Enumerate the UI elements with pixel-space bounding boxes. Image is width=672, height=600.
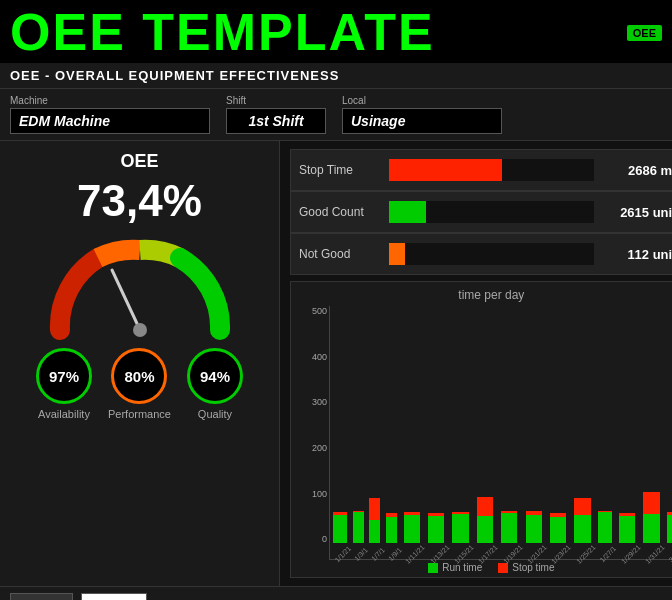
availability-label: Availability bbox=[38, 408, 90, 420]
stat-bar-1 bbox=[389, 201, 426, 223]
dark-button[interactable]: Dark bbox=[10, 593, 73, 600]
bar-group: 3/1/21 bbox=[664, 306, 672, 559]
bar-red bbox=[369, 498, 380, 519]
local-group: Local Usinage bbox=[342, 95, 502, 134]
y-label: 200 bbox=[299, 443, 327, 453]
oee-value: 73,4% bbox=[77, 176, 202, 226]
stat-bar-container-1 bbox=[389, 201, 594, 223]
chart-legend: Run time Stop time bbox=[299, 562, 672, 573]
availability-metric: 97% Availability bbox=[36, 348, 92, 420]
bar-group: 1/11/21 bbox=[400, 306, 423, 559]
stat-value-0: 2686 min bbox=[604, 163, 672, 178]
stat-value-1: 2615 units bbox=[604, 205, 672, 220]
shift-group: Shift 1st Shift bbox=[226, 95, 326, 134]
left-panel: OEE 73,4% 97% Availabili bbox=[0, 141, 280, 586]
bar-group: 1/7/1 bbox=[367, 306, 383, 559]
performance-metric: 80% Performance bbox=[108, 348, 171, 420]
stat-bar-2 bbox=[389, 243, 405, 265]
performance-label: Performance bbox=[108, 408, 171, 420]
quality-metric: 94% Quality bbox=[187, 348, 243, 420]
stat-row: Stop Time 2686 min bbox=[290, 149, 672, 191]
bar-group: 1/31/21 bbox=[640, 306, 663, 559]
app-title: OEE TEMPLATE bbox=[10, 4, 435, 61]
stat-label-1: Good Count bbox=[299, 205, 379, 219]
bar-group: 1/27/1 bbox=[595, 306, 614, 559]
stat-label-2: Not Good bbox=[299, 247, 379, 261]
chart-bars-area: 1/1/211/3/11/7/11/9/11/11/211/13/211/15/… bbox=[329, 306, 672, 560]
bar-group: 1/21/21 bbox=[522, 306, 545, 559]
bar-group: 1/29/21 bbox=[616, 306, 639, 559]
bar-group: 1/13/21 bbox=[425, 306, 448, 559]
bar-red bbox=[477, 497, 493, 516]
shift-label: Shift bbox=[226, 95, 326, 106]
bar-group: 1/3/1 bbox=[350, 306, 366, 559]
machine-input[interactable]: EDM Machine bbox=[10, 108, 210, 134]
svg-line-0 bbox=[112, 270, 140, 330]
stat-value-2: 112 units bbox=[604, 247, 672, 262]
metrics-row: 97% Availability 80% Performance 94% Qua… bbox=[36, 348, 243, 420]
bar-group: 1/25/21 bbox=[571, 306, 594, 559]
legend-run-time: Run time bbox=[428, 562, 482, 573]
bar-group: 1/9/1 bbox=[384, 306, 400, 559]
oee-badge: OEE bbox=[627, 25, 662, 41]
sub-header: OEE - OVERALL EQUIPMENT EFFECTIVENESS bbox=[0, 63, 672, 89]
sub-header-title: OEE - OVERALL EQUIPMENT EFFECTIVENESS bbox=[10, 68, 339, 83]
header: OEE TEMPLATE OEE bbox=[0, 0, 672, 63]
legend-stop-label: Stop time bbox=[512, 562, 554, 573]
bar-red bbox=[643, 492, 659, 513]
y-label: 0 bbox=[299, 534, 327, 544]
main-content: OEE 73,4% 97% Availabili bbox=[0, 141, 672, 586]
machine-label: Machine bbox=[10, 95, 210, 106]
stat-bar-container-2 bbox=[389, 243, 594, 265]
gauge-svg bbox=[40, 230, 240, 345]
bar-red bbox=[574, 498, 590, 515]
bar-group: 1/19/21 bbox=[498, 306, 521, 559]
bar-green bbox=[353, 512, 364, 543]
stat-row: Not Good 112 units bbox=[290, 233, 672, 275]
machine-group: Machine EDM Machine bbox=[10, 95, 210, 134]
stat-bar-0 bbox=[389, 159, 502, 181]
quality-circle: 94% bbox=[187, 348, 243, 404]
bar-green bbox=[667, 515, 672, 543]
chart-y-axis: 5004003002001000 bbox=[299, 306, 327, 560]
y-label: 500 bbox=[299, 306, 327, 316]
y-label: 400 bbox=[299, 352, 327, 362]
svg-point-1 bbox=[133, 323, 147, 337]
stat-rows: Stop Time 2686 min Good Count 2615 units… bbox=[290, 149, 672, 275]
local-label: Local bbox=[342, 95, 502, 106]
local-input[interactable]: Usinage bbox=[342, 108, 502, 134]
gauge-container bbox=[40, 230, 240, 340]
performance-circle: 80% bbox=[111, 348, 167, 404]
quality-label: Quality bbox=[198, 408, 232, 420]
chart-wrapper: 5004003002001000 1/1/211/3/11/7/11/9/11/… bbox=[299, 306, 672, 560]
bar-group: 1/15/21 bbox=[449, 306, 472, 559]
y-label: 300 bbox=[299, 397, 327, 407]
stat-label-0: Stop Time bbox=[299, 163, 379, 177]
stat-bar-container-0 bbox=[389, 159, 594, 181]
right-panel: Stop Time 2686 min Good Count 2615 units… bbox=[280, 141, 672, 586]
controls-row: Machine EDM Machine Shift 1st Shift Loca… bbox=[0, 89, 672, 141]
chart-title: time per day bbox=[299, 288, 672, 302]
availability-circle: 97% bbox=[36, 348, 92, 404]
shift-input[interactable]: 1st Shift bbox=[226, 108, 326, 134]
bar-group: 1/23/21 bbox=[546, 306, 569, 559]
legend-run-label: Run time bbox=[442, 562, 482, 573]
y-label: 100 bbox=[299, 489, 327, 499]
light-button[interactable]: Light bbox=[81, 593, 147, 600]
oee-label: OEE bbox=[120, 151, 158, 172]
stat-row: Good Count 2615 units bbox=[290, 191, 672, 233]
bottom-bar: Dark Light bbox=[0, 586, 672, 600]
bar-group: 1/17/21 bbox=[473, 306, 496, 559]
bar-group: 1/1/21 bbox=[330, 306, 349, 559]
chart-area: time per day 5004003002001000 1/1/211/3/… bbox=[290, 281, 672, 578]
